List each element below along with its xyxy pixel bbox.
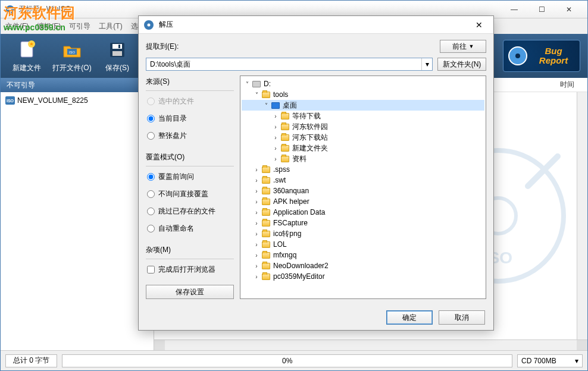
expand-icon[interactable]: › [271, 156, 280, 162]
status-total: 总计 0 字节 [5, 354, 57, 367]
expand-icon[interactable]: › [271, 145, 280, 152]
expand-icon[interactable]: › [252, 199, 261, 205]
folder-icon [261, 90, 271, 99]
volume-node[interactable]: ISO NEW_VOLUME_8225 [3, 95, 151, 106]
svg-point-1 [9, 8, 11, 11]
path-input[interactable] [146, 60, 421, 68]
bug-report-label: BugReport [539, 46, 568, 66]
volume-label: NEW_VOLUME_8225 [17, 96, 88, 105]
expand-icon[interactable]: › [252, 220, 261, 227]
combo-dropdown-button[interactable]: ▾ [421, 58, 432, 70]
source-selected-files-radio[interactable]: 选中的文件 [146, 95, 234, 108]
horizontal-scrollbar[interactable] [154, 339, 587, 350]
expand-icon[interactable]: › [252, 177, 261, 184]
expand-icon[interactable]: › [252, 252, 261, 259]
tree-tools[interactable]: ˅ tools [242, 89, 484, 100]
source-whole-disc-radio[interactable]: 整张盘片 [146, 129, 234, 143]
save-icon [107, 39, 128, 61]
open-file-button[interactable]: ISO 打开文件(O) [49, 36, 95, 76]
sidebar-tree[interactable]: ISO NEW_VOLUME_8225 [1, 92, 154, 350]
dialog-close-button[interactable]: ✕ [470, 17, 489, 33]
svg-rect-9 [118, 45, 120, 48]
new-file-button[interactable]: 新建文件 [4, 36, 49, 76]
open-browser-checkbox[interactable]: 完成后打开浏览器 [146, 263, 234, 276]
media-type-dropdown[interactable]: CD 700MB ▾ [517, 354, 583, 367]
tree-item[interactable]: ›APK helper [242, 196, 484, 207]
overwrite-group-label: 覆盖模式(O) [146, 152, 234, 162]
svg-point-17 [148, 23, 151, 26]
tree-item[interactable]: ›新建文件夹 [242, 143, 484, 153]
misc-group-label: 杂项(M) [146, 245, 234, 255]
maximize-button[interactable]: ☐ [528, 1, 555, 18]
source-current-dir-radio[interactable]: 当前目录 [146, 112, 234, 125]
sidebar-header: 不可引导 [1, 78, 154, 92]
expand-icon[interactable]: › [252, 263, 261, 269]
column-time[interactable]: 时间 [553, 80, 581, 90]
overwrite-auto-rename-radio[interactable]: 自动重命名 [146, 222, 234, 235]
overwrite-no-ask-radio[interactable]: 不询问直接覆盖 [146, 187, 234, 201]
save-button[interactable]: 保存(S) [95, 36, 140, 76]
cancel-button[interactable]: 取消 [439, 310, 485, 325]
expand-icon[interactable]: › [271, 134, 280, 141]
folder-selected-icon [270, 101, 281, 109]
menu-bootable[interactable]: 可引导 [69, 21, 90, 32]
menu-edit[interactable]: 编辑(E) [37, 21, 61, 32]
overwrite-skip-radio[interactable]: 跳过已存在的文件 [146, 205, 234, 218]
tree-item[interactable]: ›NeoDownloader2 [242, 260, 484, 271]
expand-icon[interactable]: › [252, 188, 261, 194]
tree-drive-d[interactable]: ˅ D: [242, 78, 484, 89]
expand-icon[interactable]: › [271, 124, 280, 130]
expand-icon[interactable]: › [252, 241, 261, 248]
tree-item[interactable]: ›.spss [242, 164, 484, 175]
overwrite-ask-radio[interactable]: 覆盖前询问 [146, 170, 234, 184]
bug-report-button[interactable]: BugReport [503, 40, 580, 72]
folder-icon [280, 122, 290, 131]
expand-icon[interactable]: › [252, 231, 261, 237]
minimize-button[interactable]: — [501, 1, 528, 18]
new-folder-button[interactable]: 新文件夹(N) [437, 58, 486, 71]
expand-icon[interactable]: › [252, 273, 261, 280]
tree-item[interactable]: ›河东软件园 [242, 121, 484, 132]
status-bar: 总计 0 字节 0% CD 700MB ▾ [1, 350, 587, 370]
close-button[interactable]: ✕ [555, 1, 583, 18]
folder-icon [280, 112, 290, 120]
folder-icon [261, 240, 271, 249]
tree-item[interactable]: ›FSCapture [242, 218, 484, 228]
tree-item[interactable]: ›河东下载站 [242, 132, 484, 143]
open-file-icon: ISO [61, 39, 83, 61]
expand-icon[interactable]: ˅ [262, 102, 270, 109]
folder-icon [280, 144, 290, 152]
path-combobox[interactable]: ▾ [146, 58, 433, 71]
menu-file[interactable]: 文件(F) [5, 21, 29, 32]
dialog-title-bar: 解压 ✕ [139, 16, 493, 34]
tree-item[interactable]: ›mfxngq [242, 250, 484, 260]
expand-icon[interactable]: ˅ [252, 92, 261, 98]
expand-icon[interactable]: ˅ [243, 81, 251, 87]
svg-text:ISO: ISO [69, 51, 76, 54]
expand-icon[interactable]: › [252, 209, 261, 216]
menu-tools[interactable]: 工具(T) [99, 21, 122, 32]
tree-item[interactable]: ›pc0359MyEditor [242, 271, 484, 282]
tree-item[interactable]: ›.swt [242, 175, 484, 186]
vertical-scrollbar[interactable] [577, 92, 587, 339]
ok-button[interactable]: 确定 [386, 310, 433, 325]
options-panel: 来源(S) 选中的文件 当前目录 整张盘片 覆盖模式(O) [146, 76, 234, 299]
tree-item[interactable]: ›ico转png [242, 228, 484, 239]
save-settings-button[interactable]: 保存设置 [146, 285, 234, 299]
folder-icon [280, 155, 290, 163]
tree-item[interactable]: ›Application Data [242, 207, 484, 218]
folder-icon [261, 262, 271, 270]
goto-button[interactable]: 前往 ▼ [440, 40, 486, 53]
expand-icon[interactable]: › [252, 166, 261, 173]
tree-item[interactable]: ›360anquan [242, 186, 484, 196]
status-progress: 0% [62, 354, 512, 367]
extract-to-label: 提取到(E): [146, 42, 179, 52]
svg-rect-7 [112, 44, 122, 49]
window-title: 无标题 - WinISO [18, 4, 501, 14]
folder-tree[interactable]: ˅ D: ˅ tools ˅ 桌面 ›等待下载 ›河东软件园 ›河东下载站 ›新 [240, 76, 486, 299]
tree-item[interactable]: ›LOL [242, 239, 484, 250]
tree-desktop[interactable]: ˅ 桌面 [242, 100, 484, 111]
tree-item[interactable]: ›资料 [242, 153, 484, 164]
expand-icon[interactable]: › [271, 113, 280, 120]
tree-item[interactable]: ›等待下载 [242, 111, 484, 121]
